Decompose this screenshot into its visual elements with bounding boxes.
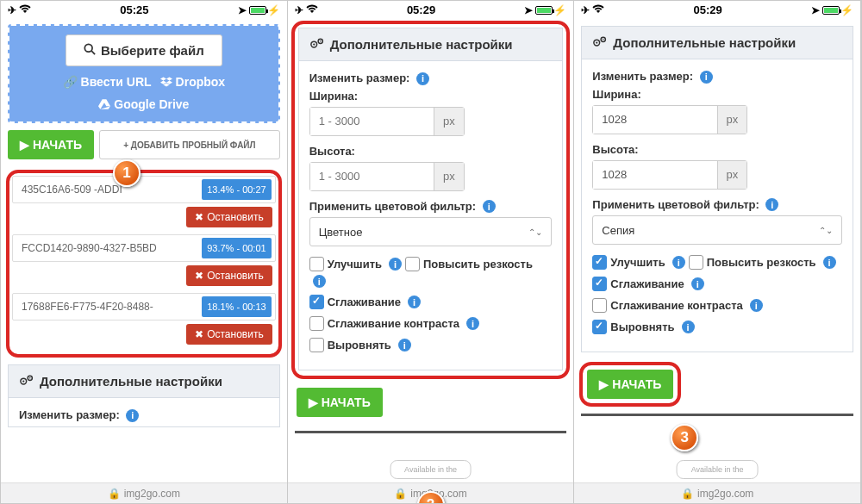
info-icon[interactable]: i bbox=[700, 71, 713, 84]
start-highlight: ▶ НАЧАТЬ bbox=[579, 362, 681, 407]
info-icon[interactable]: i bbox=[682, 320, 695, 333]
gears-icon bbox=[309, 37, 325, 52]
info-icon[interactable]: i bbox=[750, 299, 763, 312]
location-icon: ➤ bbox=[238, 4, 247, 16]
callout-1: 1 bbox=[113, 159, 141, 187]
status-bar: ✈ 05:29 ➤ ⚡ bbox=[288, 1, 574, 19]
phone-screen-3: ✈ 05:29 ➤ ⚡ Дополнительные настройки Изм… bbox=[574, 1, 861, 503]
settings-header[interactable]: Дополнительные настройки bbox=[298, 28, 564, 61]
address-bar[interactable]: 🔒 img2go.com bbox=[1, 482, 287, 503]
info-icon[interactable]: i bbox=[483, 200, 496, 213]
status-bar: ✈ 05:29 ➤ ⚡ bbox=[574, 1, 860, 19]
status-time: 05:25 bbox=[31, 3, 238, 16]
height-input[interactable]: px bbox=[309, 162, 465, 191]
smooth-checkbox[interactable] bbox=[592, 277, 607, 291]
start-button[interactable]: ▶ НАЧАТЬ bbox=[297, 388, 383, 417]
settings-header[interactable]: Дополнительные настройки bbox=[581, 26, 853, 59]
location-icon: ➤ bbox=[524, 4, 533, 16]
settings-header[interactable]: Дополнительные настройки bbox=[8, 364, 280, 398]
info-icon[interactable]: i bbox=[672, 256, 685, 269]
wifi-icon bbox=[306, 4, 318, 16]
file-item: 17688FE6-F775-4F20-8488- 18.1% - 00:13 ✖… bbox=[12, 293, 276, 348]
start-button[interactable]: ▶ НАЧАТЬ bbox=[8, 130, 94, 159]
info-icon[interactable]: i bbox=[389, 258, 402, 271]
domain: img2go.com bbox=[124, 488, 180, 500]
settings-body: Изменить размер: i Ширина: px Высота: px… bbox=[581, 59, 853, 352]
info-icon[interactable]: i bbox=[466, 317, 479, 330]
enter-url-link[interactable]: 🔗 Ввести URL bbox=[63, 75, 152, 89]
address-bar[interactable]: 🔒 img2go.com bbox=[574, 482, 860, 503]
svg-point-13 bbox=[603, 39, 604, 40]
file-progress: 13.4% - 00:27 bbox=[202, 179, 272, 200]
file-name: 17688FE6-F775-4F20-8488- bbox=[22, 301, 202, 313]
width-input[interactable]: px bbox=[592, 105, 747, 134]
dropbox-link[interactable]: Dropbox bbox=[160, 75, 226, 89]
airplane-mode-icon: ✈ bbox=[581, 4, 590, 16]
stop-button[interactable]: ✖ Остановить bbox=[186, 265, 272, 286]
svg-point-9 bbox=[320, 40, 322, 42]
gdrive-icon bbox=[98, 99, 110, 109]
files-list: 1 435C16A6-509 -ADDI 13.4% - 00:27 ✖ Ост… bbox=[6, 170, 282, 358]
dropbox-icon bbox=[160, 77, 172, 87]
status-time: 05:29 bbox=[604, 3, 811, 16]
info-icon[interactable]: i bbox=[765, 198, 778, 211]
choose-file-button[interactable]: Выберите файл bbox=[66, 34, 222, 66]
info-icon[interactable]: i bbox=[823, 256, 836, 269]
enhance-checkbox[interactable] bbox=[592, 255, 607, 270]
phone-screen-2: ✈ 05:29 ➤ ⚡ Дополнительные настройки Изм… bbox=[288, 1, 575, 503]
file-item: FCCD1420-9890-4327-B5BD 93.7% - 00:01 ✖ … bbox=[12, 234, 276, 289]
stop-button[interactable]: ✖ Остановить bbox=[186, 324, 272, 345]
content: Выберите файл 🔗 Ввести URL Dropbox Googl… bbox=[1, 19, 287, 503]
svg-point-0 bbox=[84, 44, 92, 52]
info-icon[interactable]: i bbox=[416, 72, 429, 85]
wifi-icon bbox=[19, 4, 31, 16]
upload-card: Выберите файл 🔗 Ввести URL Dropbox Googl… bbox=[8, 24, 280, 123]
callout-3: 3 bbox=[671, 424, 698, 451]
enhance-checkbox[interactable] bbox=[309, 257, 324, 271]
info-icon[interactable]: i bbox=[126, 409, 139, 422]
width-input[interactable]: px bbox=[309, 107, 465, 136]
appstore-badge[interactable]: Available in the bbox=[390, 460, 472, 479]
sharpen-checkbox[interactable] bbox=[689, 255, 703, 270]
gears-icon bbox=[592, 35, 608, 50]
stop-button[interactable]: ✖ Остановить bbox=[186, 207, 272, 227]
battery-icon: ⚡ bbox=[249, 4, 280, 16]
align-checkbox[interactable] bbox=[309, 338, 324, 352]
status-bar: ✈ 05:25 ➤ ⚡ bbox=[1, 1, 287, 19]
info-icon[interactable]: i bbox=[313, 275, 326, 288]
svg-line-1 bbox=[91, 51, 95, 54]
add-sample-button[interactable]: + ДОБАВИТЬ ПРОБНЫЙ ФАЙЛ bbox=[99, 130, 280, 159]
filter-select[interactable]: Сепия ⌃⌄ bbox=[592, 215, 842, 245]
file-progress: 93.7% - 00:01 bbox=[202, 238, 272, 258]
info-icon[interactable]: i bbox=[398, 339, 411, 352]
location-icon: ➤ bbox=[811, 4, 820, 16]
file-name: 435C16A6-509 -ADDI bbox=[22, 184, 202, 196]
smooth-contrast-checkbox[interactable] bbox=[309, 316, 324, 331]
airplane-mode-icon: ✈ bbox=[8, 4, 16, 16]
lock-icon: 🔒 bbox=[394, 488, 407, 500]
align-checkbox[interactable] bbox=[592, 320, 607, 334]
file-item: 435C16A6-509 -ADDI 13.4% - 00:27 ✖ Остан… bbox=[12, 176, 276, 231]
info-icon[interactable]: i bbox=[408, 296, 421, 308]
smooth-checkbox[interactable] bbox=[309, 295, 324, 309]
svg-point-7 bbox=[313, 43, 315, 45]
sharpen-checkbox[interactable] bbox=[405, 257, 420, 271]
svg-point-11 bbox=[596, 41, 597, 43]
divider bbox=[295, 431, 567, 433]
svg-point-3 bbox=[22, 380, 24, 382]
gears-icon bbox=[19, 374, 34, 389]
settings-highlight: Дополнительные настройки Изменить размер… bbox=[291, 21, 571, 379]
phone-screen-1: ✈ 05:25 ➤ ⚡ Выберите файл 🔗 Ввести URL bbox=[1, 1, 288, 503]
domain: img2go.com bbox=[697, 488, 753, 500]
appstore-badge[interactable]: Available in the bbox=[677, 460, 759, 479]
lock-icon: 🔒 bbox=[108, 488, 121, 500]
search-icon bbox=[84, 43, 96, 58]
smooth-contrast-checkbox[interactable] bbox=[592, 298, 607, 313]
airplane-mode-icon: ✈ bbox=[295, 4, 303, 16]
filter-select[interactable]: Цветное ⌃⌄ bbox=[309, 217, 553, 246]
height-input[interactable]: px bbox=[592, 160, 747, 190]
gdrive-link[interactable]: Google Drive bbox=[98, 97, 189, 111]
start-button[interactable]: ▶ НАЧАТЬ bbox=[587, 370, 673, 399]
wifi-icon bbox=[592, 4, 604, 16]
info-icon[interactable]: i bbox=[691, 277, 704, 290]
